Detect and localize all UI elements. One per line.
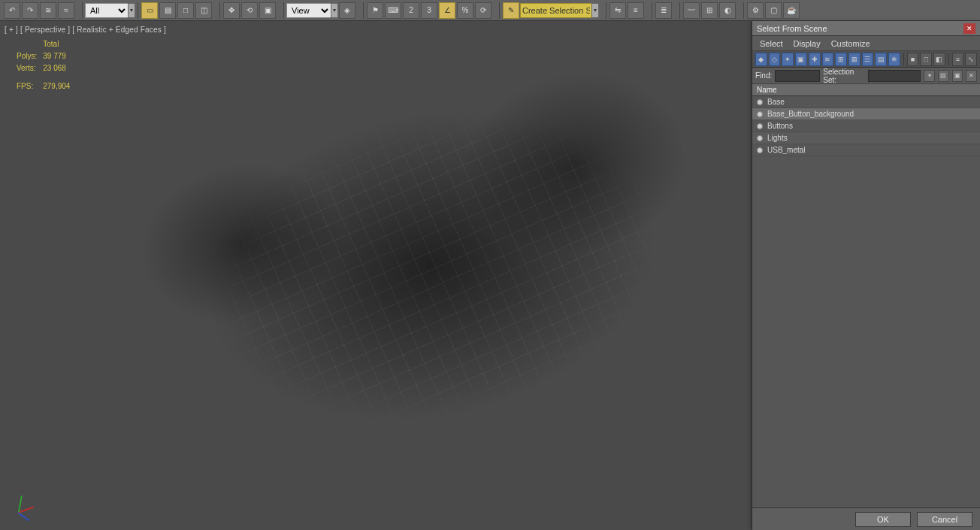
display-all-icon[interactable]: ■ <box>907 53 919 66</box>
dropdown-arrow-icon[interactable]: ▾ <box>128 3 135 18</box>
spinner-snap-icon[interactable]: ⟳ <box>475 2 492 19</box>
viewport-model-wireframe <box>96 56 730 528</box>
select-by-name-icon[interactable]: ▤ <box>159 2 176 19</box>
display-helpers-icon[interactable]: ✚ <box>809 53 821 66</box>
display-invert-icon[interactable]: ◧ <box>933 53 945 66</box>
list-header-name[interactable]: Name <box>752 84 980 96</box>
viewport-plus[interactable]: [ + ] <box>5 26 18 34</box>
delete-set-icon[interactable]: ✕ <box>966 70 977 82</box>
display-none-icon[interactable]: □ <box>920 53 932 66</box>
find-input[interactable] <box>775 70 820 82</box>
list-item-label: Base <box>767 98 785 106</box>
display-groups-icon[interactable]: ⊞ <box>835 53 847 66</box>
dialog-find-bar: Find: Selection Set: ▾ ▤ ▣ ✕ <box>752 68 980 84</box>
display-bone-icon[interactable]: ☰ <box>862 53 874 66</box>
list-item-label: Lights <box>767 134 788 142</box>
use-center-icon[interactable]: ◈ <box>339 2 355 19</box>
named-selection-input[interactable] <box>520 3 592 18</box>
rectangle-region-icon[interactable]: □ <box>177 2 194 19</box>
save-set-icon[interactable]: ▣ <box>952 70 963 82</box>
rotate-icon[interactable]: ⟲ <box>241 2 258 19</box>
percent-snap-icon[interactable]: % <box>457 2 473 19</box>
display-cameras-icon[interactable]: ▣ <box>795 53 807 66</box>
display-xrefs-icon[interactable]: ⊠ <box>848 53 861 66</box>
dialog-title: Select From Scene <box>757 24 827 33</box>
schematic-view-icon[interactable]: ⊞ <box>701 2 718 19</box>
ok-button[interactable]: OK <box>855 512 911 527</box>
viewport-statistics: Total Polys:39 779 Verts:23 068 FPS:279,… <box>15 38 76 93</box>
redo-icon[interactable]: ↷ <box>22 2 38 19</box>
dialog-titlebar[interactable]: Select From Scene ✕ <box>752 21 980 36</box>
list-item-label: Buttons <box>767 122 793 130</box>
menu-customize[interactable]: Customize <box>831 39 870 48</box>
cancel-button[interactable]: Cancel <box>917 512 972 527</box>
display-lights-icon[interactable]: ✦ <box>782 53 794 66</box>
list-item[interactable]: USB_metal <box>752 144 980 156</box>
menu-select[interactable]: Select <box>760 39 783 48</box>
list-item-dot-icon <box>757 135 763 141</box>
render-frame-icon[interactable]: ▢ <box>765 2 782 19</box>
edit-named-selection-icon[interactable]: ✎ <box>503 2 519 19</box>
dialog-menu: Select Display Customize <box>752 36 980 51</box>
list-item[interactable]: Base_Button_background <box>752 108 980 120</box>
select-from-scene-dialog: Select From Scene ✕ Select Display Custo… <box>752 21 980 530</box>
keyboard-shortcut-icon[interactable]: ⌨ <box>385 2 401 19</box>
viewport-shading[interactable]: [ Realistic + Edged Faces ] <box>72 26 166 34</box>
snap-2d-icon[interactable]: 2 <box>403 2 419 19</box>
list-item-label: Base_Button_background <box>767 110 854 118</box>
dialog-buttons: OK Cancel <box>752 507 980 530</box>
snap-3d-icon[interactable]: 3 <box>421 2 437 19</box>
select-object-icon[interactable]: ▭ <box>141 2 158 19</box>
list-item-dot-icon <box>757 99 763 105</box>
curve-editor-icon[interactable]: 〰 <box>683 2 700 19</box>
mirror-icon[interactable]: ⇋ <box>609 2 626 19</box>
display-geometry-icon[interactable]: ◆ <box>755 53 767 66</box>
selection-set-label: Selection Set: <box>823 68 865 84</box>
expand-icon[interactable]: ⤡ <box>965 53 977 66</box>
material-editor-icon[interactable]: ◐ <box>719 2 736 19</box>
list-item-dot-icon <box>757 111 763 117</box>
close-icon[interactable]: ✕ <box>963 23 975 34</box>
selection-filter-dropdown[interactable]: All <box>85 3 129 18</box>
scale-icon[interactable]: ▣ <box>259 2 276 19</box>
list-item[interactable]: Lights <box>752 132 980 144</box>
undo-icon[interactable]: ↶ <box>4 2 20 19</box>
display-spacewarps-icon[interactable]: ≋ <box>822 53 834 66</box>
main-toolbar: ↶ ↷ ≋ ≈ All ▾ ▭ ▤ □ ◫ ✥ ⟲ ▣ View ▾ ◈ ⚑ ⌨… <box>0 0 980 21</box>
select-set-icon[interactable]: ▤ <box>938 70 949 82</box>
align-icon[interactable]: ≡ <box>628 2 644 19</box>
select-manipulate-icon[interactable]: ⚑ <box>367 2 383 19</box>
dropdown-arrow-icon[interactable]: ▾ <box>331 3 338 18</box>
display-container-icon[interactable]: ▤ <box>875 53 887 66</box>
dropdown-arrow-icon[interactable]: ▾ <box>924 70 935 82</box>
layers-icon[interactable]: ≣ <box>655 2 672 19</box>
list-item[interactable]: Base <box>752 96 980 108</box>
viewport-view[interactable]: [ Perspective ] <box>20 26 70 34</box>
axis-gizmo-icon <box>11 494 36 519</box>
window-crossing-icon[interactable]: ◫ <box>195 2 212 19</box>
selection-set-input[interactable] <box>868 70 921 82</box>
display-shapes-icon[interactable]: ◇ <box>769 53 781 66</box>
menu-display[interactable]: Display <box>794 39 821 48</box>
list-item-label: USB_metal <box>767 146 806 154</box>
filter-hidden-icon[interactable]: ≡ <box>952 53 964 66</box>
render-setup-icon[interactable]: ⚙ <box>747 2 764 19</box>
reference-coordsys-dropdown[interactable]: View <box>286 3 331 18</box>
list-item-dot-icon <box>757 147 763 153</box>
dropdown-arrow-icon[interactable]: ▾ <box>591 3 599 18</box>
unlink-icon[interactable]: ≈ <box>58 2 74 19</box>
list-item-dot-icon <box>757 123 763 129</box>
link-icon[interactable]: ≋ <box>40 2 56 19</box>
find-label: Find: <box>755 71 772 80</box>
display-frozen-icon[interactable]: ❄ <box>888 53 900 66</box>
viewport-label[interactable]: [ + ] [ Perspective ] [ Realistic + Edge… <box>5 26 166 34</box>
list-item[interactable]: Buttons <box>752 120 980 132</box>
render-icon[interactable]: ☕ <box>783 2 800 19</box>
object-list[interactable]: BaseBase_Button_backgroundButtonsLightsU… <box>752 96 980 507</box>
angle-snap-icon[interactable]: ∠ <box>439 2 455 19</box>
move-icon[interactable]: ✥ <box>223 2 240 19</box>
dialog-toolbar: ◆ ◇ ✦ ▣ ✚ ≋ ⊞ ⊠ ☰ ▤ ❄ ■ □ ◧ ≡ ⤡ <box>752 51 980 68</box>
